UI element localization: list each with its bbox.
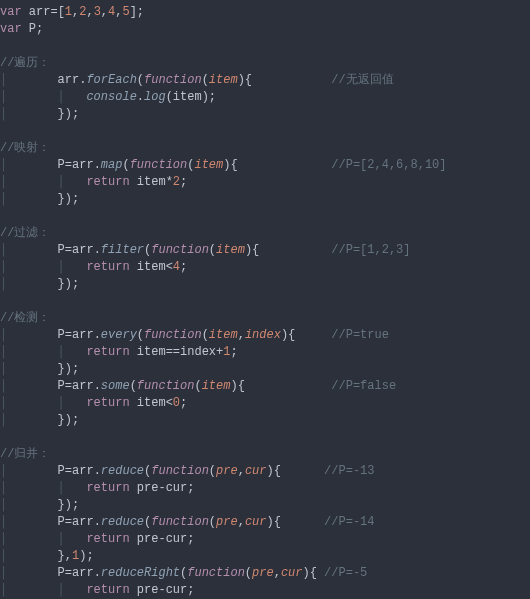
code-token: function <box>144 73 202 87</box>
code-token: }); <box>58 192 80 206</box>
code-token: ( <box>209 464 216 478</box>
code-token: , <box>86 5 93 19</box>
code-line: │ }); <box>0 191 530 208</box>
code-token: function <box>137 379 195 393</box>
code-token: item <box>194 158 223 172</box>
code-token: │ │ <box>0 345 86 359</box>
code-token: //无返回值 <box>331 73 393 87</box>
code-token: function <box>187 566 245 580</box>
code-token: , <box>274 566 281 580</box>
code-line: │ }); <box>0 106 530 123</box>
code-token: ( <box>137 73 144 87</box>
code-token: arr <box>72 158 94 172</box>
code-token: │ │ <box>0 175 86 189</box>
code-token: ( <box>202 73 209 87</box>
code-token: │ <box>0 549 58 563</box>
code-token: - <box>158 481 165 495</box>
code-token: │ <box>0 566 58 580</box>
code-token: function <box>151 243 209 257</box>
code-token: = <box>65 566 72 580</box>
code-token: item <box>137 345 166 359</box>
code-token: ( <box>166 90 173 104</box>
code-token: var <box>0 22 29 36</box>
code-token: //映射： <box>0 141 50 155</box>
code-token: . <box>94 243 101 257</box>
code-token: return <box>86 345 136 359</box>
code-token: function <box>151 464 209 478</box>
code-token: - <box>158 532 165 546</box>
code-token: │ │ <box>0 583 86 597</box>
code-token: item <box>202 379 231 393</box>
code-token: reduce <box>101 464 144 478</box>
code-token: //P=true <box>331 328 389 342</box>
code-token: return <box>86 583 136 597</box>
code-line: │ P=arr.reduce(function(pre,cur){ //P=-1… <box>0 463 530 480</box>
code-token: │ │ <box>0 260 86 274</box>
code-token: ( <box>209 515 216 529</box>
code-token: 2 <box>173 175 180 189</box>
code-token: = <box>65 464 72 478</box>
code-token: }); <box>58 277 80 291</box>
code-token: == <box>166 345 180 359</box>
code-token: ( <box>202 328 209 342</box>
code-token: console <box>86 90 136 104</box>
code-token: var <box>0 5 29 19</box>
code-line: │ │ return item<0; <box>0 395 530 412</box>
code-token: arr <box>72 464 94 478</box>
code-token: return <box>86 260 136 274</box>
code-token: . <box>94 566 101 580</box>
code-token: //遍历： <box>0 56 50 70</box>
code-token: , <box>238 328 245 342</box>
code-line: │ }); <box>0 412 530 429</box>
code-token: 5 <box>122 5 129 19</box>
code-line: │ P=arr.reduceRight(function(pre,cur){ /… <box>0 565 530 582</box>
code-token: ){ <box>223 158 331 172</box>
code-line: │ }); <box>0 361 530 378</box>
code-token: ; <box>187 583 194 597</box>
code-line: │ arr.forEach(function(item){ //无返回值 <box>0 72 530 89</box>
code-token: every <box>101 328 137 342</box>
code-token: ; <box>180 175 187 189</box>
code-token: P <box>58 379 65 393</box>
code-token: //检测： <box>0 311 50 325</box>
code-token: //P=false <box>331 379 396 393</box>
code-token: . <box>94 328 101 342</box>
code-token: cur <box>245 515 267 529</box>
code-token: filter <box>101 243 144 257</box>
code-token: arr <box>58 73 80 87</box>
code-token: ; <box>180 260 187 274</box>
code-token: . <box>94 379 101 393</box>
code-token: item <box>209 328 238 342</box>
code-token: ){ <box>230 379 331 393</box>
code-token: P <box>58 328 65 342</box>
code-token: return <box>86 481 136 495</box>
code-token: 4 <box>173 260 180 274</box>
code-token: P <box>58 243 65 257</box>
code-token: pre <box>137 532 159 546</box>
code-token: │ <box>0 243 58 257</box>
code-token: function <box>144 328 202 342</box>
code-token: < <box>166 396 173 410</box>
code-token: 1 <box>65 5 72 19</box>
code-token: item <box>173 90 202 104</box>
code-token: 0 <box>173 396 180 410</box>
code-line: │ },1); <box>0 548 530 565</box>
code-token: ( <box>194 379 201 393</box>
code-token: return <box>86 396 136 410</box>
code-token: }); <box>58 107 80 121</box>
code-token: = <box>65 158 72 172</box>
code-line: //归并： <box>0 446 530 463</box>
code-line: var P; <box>0 21 530 38</box>
code-token: pre <box>137 583 159 597</box>
code-token: = <box>65 328 72 342</box>
code-token: P <box>58 464 65 478</box>
code-token: P <box>29 22 36 36</box>
code-token: log <box>144 90 166 104</box>
code-token: item <box>216 243 245 257</box>
code-token: cur <box>245 464 267 478</box>
code-token: return <box>86 175 136 189</box>
code-line: │ P=arr.filter(function(item){ //P=[1,2,… <box>0 242 530 259</box>
code-token: . <box>137 90 144 104</box>
code-line <box>0 293 530 310</box>
code-token: │ │ <box>0 396 86 410</box>
